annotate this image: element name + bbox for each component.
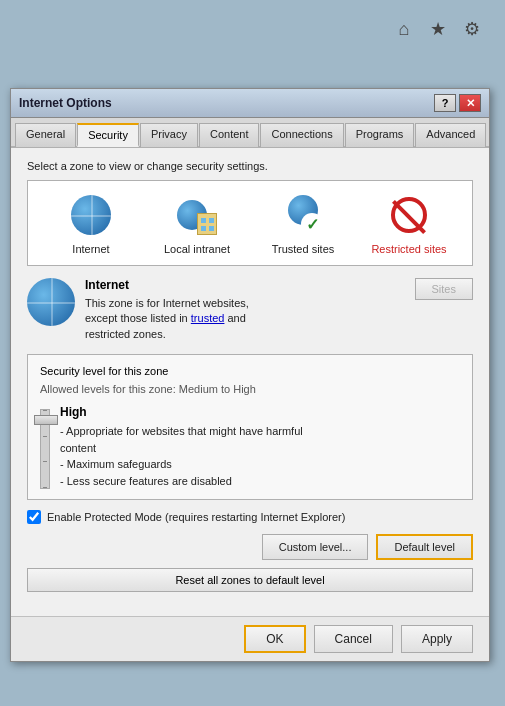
- tab-programs[interactable]: Programs: [345, 123, 415, 147]
- security-level-subtitle: Allowed levels for this zone: Medium to …: [40, 383, 460, 395]
- desc-line2: - Maximum safeguards: [60, 458, 172, 470]
- protected-mode-area: Enable Protected Mode (requires restarti…: [27, 510, 473, 524]
- zone-item-restricted[interactable]: Restricted sites: [356, 191, 462, 255]
- internet-zone-label: Internet: [72, 243, 109, 255]
- zone-info-title: Internet: [85, 278, 405, 292]
- slider-container: [40, 405, 50, 489]
- security-level-name: High: [60, 405, 460, 419]
- bottom-buttons: OK Cancel Apply: [11, 616, 489, 661]
- trusted-icon: ✓: [283, 195, 323, 235]
- security-level-desc: - Appropriate for websites that might ha…: [60, 423, 460, 489]
- slider-tick-3: [43, 461, 47, 462]
- slider-tick-2: [43, 436, 47, 437]
- zone-detail-globe: [27, 278, 75, 326]
- dialog-title: Internet Options: [19, 96, 112, 110]
- tab-content[interactable]: Content: [199, 123, 260, 147]
- security-text: High - Appropriate for websites that mig…: [60, 405, 460, 489]
- desc-line1b: content: [60, 442, 96, 454]
- zone-info-desc: This zone is for Internet websites, exce…: [85, 296, 405, 342]
- close-button[interactable]: ✕: [459, 94, 481, 112]
- zone-icons-box: Internet Local intranet: [27, 180, 473, 266]
- protected-mode-label: Enable Protected Mode (requires restarti…: [47, 511, 345, 523]
- tab-privacy[interactable]: Privacy: [140, 123, 198, 147]
- internet-options-dialog: Internet Options ? ✕ General Security Pr…: [10, 88, 490, 662]
- slider-track[interactable]: [40, 409, 50, 489]
- zone-info-panel: Internet This zone is for Internet websi…: [27, 278, 473, 342]
- tab-security[interactable]: Security: [77, 123, 139, 147]
- intranet-icon: [177, 195, 217, 235]
- slider-thumb[interactable]: [34, 415, 58, 425]
- slider-tick-1: [43, 410, 47, 411]
- slider-tick-4: [43, 487, 47, 488]
- restricted-icon: [389, 195, 429, 235]
- zone-desc-line3: restricted zones.: [85, 328, 166, 340]
- restricted-zone-label: Restricted sites: [371, 243, 446, 255]
- favorites-icon[interactable]: ★: [425, 16, 451, 42]
- trusted-link[interactable]: trusted: [191, 312, 225, 324]
- ok-button[interactable]: OK: [244, 625, 305, 653]
- restricted-zone-icon-wrapper: [385, 191, 433, 239]
- desc-line3: - Less secure features are disabled: [60, 475, 232, 487]
- default-level-button[interactable]: Default level: [376, 534, 473, 560]
- tab-general[interactable]: General: [15, 123, 76, 147]
- zone-info-icon: [27, 278, 75, 326]
- zone-select-label: Select a zone to view or change security…: [27, 160, 473, 172]
- reset-zones-button[interactable]: Reset all zones to default level: [27, 568, 473, 592]
- tab-bar: General Security Privacy Content Connect…: [11, 118, 489, 148]
- security-level-box: Security level for this zone Allowed lev…: [27, 354, 473, 500]
- internet-globe-icon: [71, 195, 111, 235]
- cancel-button[interactable]: Cancel: [314, 625, 393, 653]
- zone-item-internet[interactable]: Internet: [38, 191, 144, 255]
- intranet-zone-label: Local intranet: [164, 243, 230, 255]
- apply-button[interactable]: Apply: [401, 625, 473, 653]
- security-slider-area: High - Appropriate for websites that mig…: [40, 405, 460, 489]
- trusted-checkmark: ✓: [301, 213, 323, 235]
- zone-item-intranet[interactable]: Local intranet: [144, 191, 250, 255]
- level-buttons-row: Custom level... Default level: [27, 534, 473, 560]
- home-icon[interactable]: ⌂: [391, 16, 417, 42]
- tab-advanced[interactable]: Advanced: [415, 123, 486, 147]
- tab-content-area: Select a zone to view or change security…: [11, 148, 489, 616]
- title-bar-buttons: ? ✕: [434, 94, 481, 112]
- trusted-zone-icon-wrapper: ✓: [279, 191, 327, 239]
- protected-mode-checkbox[interactable]: [27, 510, 41, 524]
- zone-info-text: Internet This zone is for Internet websi…: [85, 278, 405, 342]
- internet-zone-icon-wrapper: [67, 191, 115, 239]
- trusted-zone-label: Trusted sites: [272, 243, 335, 255]
- intranet-zone-icon-wrapper: [173, 191, 221, 239]
- intranet-building: [197, 213, 217, 235]
- custom-level-button[interactable]: Custom level...: [262, 534, 369, 560]
- zone-desc-line1: This zone is for Internet websites,: [85, 297, 249, 309]
- security-level-title: Security level for this zone: [40, 365, 460, 377]
- help-button[interactable]: ?: [434, 94, 456, 112]
- sites-button[interactable]: Sites: [415, 278, 473, 300]
- gear-icon[interactable]: ⚙: [459, 16, 485, 42]
- desc-line1: - Appropriate for websites that might ha…: [60, 425, 303, 437]
- zone-item-trusted[interactable]: ✓ Trusted sites: [250, 191, 356, 255]
- tab-connections[interactable]: Connections: [260, 123, 343, 147]
- title-bar: Internet Options ? ✕: [11, 89, 489, 118]
